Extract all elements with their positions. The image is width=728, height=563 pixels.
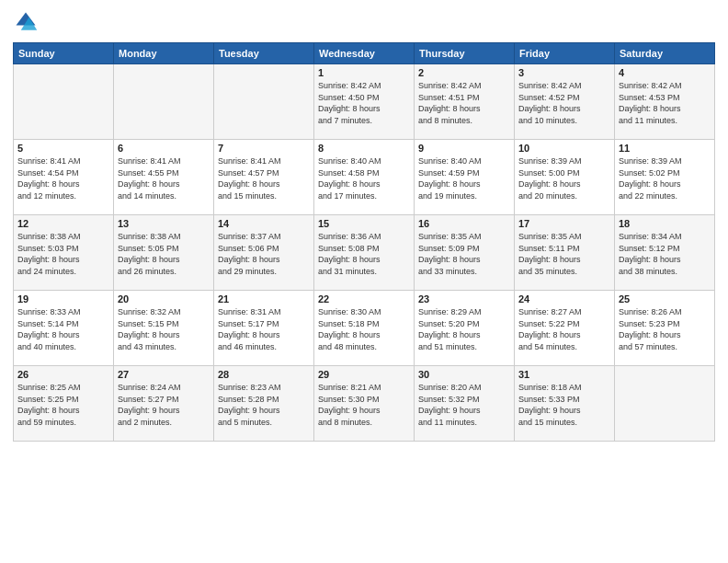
day-number: 25 bbox=[619, 293, 711, 304]
calendar-cell: 27Sunrise: 8:24 AM Sunset: 5:27 PM Dayli… bbox=[114, 366, 214, 442]
calendar-cell: 30Sunrise: 8:20 AM Sunset: 5:32 PM Dayli… bbox=[415, 366, 515, 442]
calendar-cell: 19Sunrise: 8:33 AM Sunset: 5:14 PM Dayli… bbox=[14, 291, 114, 366]
calendar-cell: 9Sunrise: 8:40 AM Sunset: 4:59 PM Daylig… bbox=[415, 140, 515, 215]
calendar-cell: 20Sunrise: 8:32 AM Sunset: 5:15 PM Dayli… bbox=[114, 291, 214, 366]
day-info: Sunrise: 8:42 AM Sunset: 4:50 PM Dayligh… bbox=[318, 80, 410, 126]
day-number: 1 bbox=[318, 67, 410, 78]
day-info: Sunrise: 8:20 AM Sunset: 5:32 PM Dayligh… bbox=[418, 382, 510, 428]
week-row-1: 1Sunrise: 8:42 AM Sunset: 4:50 PM Daylig… bbox=[14, 64, 715, 140]
logo bbox=[13, 9, 40, 35]
header bbox=[13, 9, 715, 35]
page: SundayMondayTuesdayWednesdayThursdayFrid… bbox=[0, 0, 728, 563]
day-number: 13 bbox=[118, 218, 210, 229]
day-info: Sunrise: 8:42 AM Sunset: 4:53 PM Dayligh… bbox=[619, 80, 711, 126]
day-number: 28 bbox=[218, 369, 310, 380]
day-info: Sunrise: 8:27 AM Sunset: 5:22 PM Dayligh… bbox=[518, 306, 610, 352]
day-info: Sunrise: 8:42 AM Sunset: 4:52 PM Dayligh… bbox=[518, 80, 610, 126]
week-row-3: 12Sunrise: 8:38 AM Sunset: 5:03 PM Dayli… bbox=[14, 215, 715, 291]
day-number: 31 bbox=[518, 369, 610, 380]
day-info: Sunrise: 8:39 AM Sunset: 5:00 PM Dayligh… bbox=[518, 155, 610, 201]
day-info: Sunrise: 8:18 AM Sunset: 5:33 PM Dayligh… bbox=[518, 382, 610, 428]
day-number: 26 bbox=[17, 369, 109, 380]
day-info: Sunrise: 8:40 AM Sunset: 4:58 PM Dayligh… bbox=[318, 155, 410, 201]
day-number: 7 bbox=[218, 143, 310, 154]
day-number: 24 bbox=[518, 293, 610, 304]
weekday-header-monday: Monday bbox=[114, 43, 214, 64]
calendar-cell: 18Sunrise: 8:34 AM Sunset: 5:12 PM Dayli… bbox=[615, 215, 715, 291]
logo-icon bbox=[13, 9, 39, 35]
day-info: Sunrise: 8:38 AM Sunset: 5:05 PM Dayligh… bbox=[118, 231, 210, 277]
day-info: Sunrise: 8:30 AM Sunset: 5:18 PM Dayligh… bbox=[318, 306, 410, 352]
day-info: Sunrise: 8:21 AM Sunset: 5:30 PM Dayligh… bbox=[318, 382, 410, 428]
calendar-cell: 2Sunrise: 8:42 AM Sunset: 4:51 PM Daylig… bbox=[415, 64, 515, 140]
calendar-cell: 21Sunrise: 8:31 AM Sunset: 5:17 PM Dayli… bbox=[214, 291, 314, 366]
day-info: Sunrise: 8:24 AM Sunset: 5:27 PM Dayligh… bbox=[118, 382, 210, 428]
calendar-cell: 22Sunrise: 8:30 AM Sunset: 5:18 PM Dayli… bbox=[314, 291, 415, 366]
day-number: 2 bbox=[418, 67, 510, 78]
day-info: Sunrise: 8:41 AM Sunset: 4:57 PM Dayligh… bbox=[218, 155, 310, 201]
calendar-cell: 7Sunrise: 8:41 AM Sunset: 4:57 PM Daylig… bbox=[214, 140, 314, 215]
day-info: Sunrise: 8:37 AM Sunset: 5:06 PM Dayligh… bbox=[218, 231, 310, 277]
day-info: Sunrise: 8:41 AM Sunset: 4:55 PM Dayligh… bbox=[118, 155, 210, 201]
calendar-cell: 8Sunrise: 8:40 AM Sunset: 4:58 PM Daylig… bbox=[314, 140, 415, 215]
day-number: 10 bbox=[518, 143, 610, 154]
day-info: Sunrise: 8:31 AM Sunset: 5:17 PM Dayligh… bbox=[218, 306, 310, 352]
weekday-header-saturday: Saturday bbox=[615, 43, 715, 64]
day-number: 22 bbox=[318, 293, 410, 304]
day-number: 23 bbox=[418, 293, 510, 304]
calendar-cell bbox=[214, 64, 314, 140]
calendar-cell: 11Sunrise: 8:39 AM Sunset: 5:02 PM Dayli… bbox=[615, 140, 715, 215]
weekday-header-tuesday: Tuesday bbox=[214, 43, 314, 64]
week-row-2: 5Sunrise: 8:41 AM Sunset: 4:54 PM Daylig… bbox=[14, 140, 715, 215]
calendar-cell: 13Sunrise: 8:38 AM Sunset: 5:05 PM Dayli… bbox=[114, 215, 214, 291]
week-row-4: 19Sunrise: 8:33 AM Sunset: 5:14 PM Dayli… bbox=[14, 291, 715, 366]
day-number: 8 bbox=[318, 143, 410, 154]
weekday-header-row: SundayMondayTuesdayWednesdayThursdayFrid… bbox=[14, 43, 715, 64]
calendar-cell: 12Sunrise: 8:38 AM Sunset: 5:03 PM Dayli… bbox=[14, 215, 114, 291]
day-number: 20 bbox=[118, 293, 210, 304]
day-info: Sunrise: 8:36 AM Sunset: 5:08 PM Dayligh… bbox=[318, 231, 410, 277]
calendar-cell: 15Sunrise: 8:36 AM Sunset: 5:08 PM Dayli… bbox=[314, 215, 415, 291]
calendar-cell: 24Sunrise: 8:27 AM Sunset: 5:22 PM Dayli… bbox=[515, 291, 615, 366]
day-info: Sunrise: 8:41 AM Sunset: 4:54 PM Dayligh… bbox=[17, 155, 109, 201]
day-info: Sunrise: 8:39 AM Sunset: 5:02 PM Dayligh… bbox=[619, 155, 711, 201]
day-number: 30 bbox=[418, 369, 510, 380]
day-info: Sunrise: 8:29 AM Sunset: 5:20 PM Dayligh… bbox=[418, 306, 510, 352]
calendar-cell: 23Sunrise: 8:29 AM Sunset: 5:20 PM Dayli… bbox=[415, 291, 515, 366]
calendar-cell: 14Sunrise: 8:37 AM Sunset: 5:06 PM Dayli… bbox=[214, 215, 314, 291]
day-number: 9 bbox=[418, 143, 510, 154]
weekday-header-friday: Friday bbox=[515, 43, 615, 64]
day-number: 4 bbox=[619, 67, 711, 78]
calendar-cell: 25Sunrise: 8:26 AM Sunset: 5:23 PM Dayli… bbox=[615, 291, 715, 366]
day-number: 16 bbox=[418, 218, 510, 229]
day-number: 19 bbox=[17, 293, 109, 304]
calendar-cell bbox=[615, 366, 715, 442]
calendar-cell: 29Sunrise: 8:21 AM Sunset: 5:30 PM Dayli… bbox=[314, 366, 415, 442]
day-number: 5 bbox=[17, 143, 109, 154]
day-info: Sunrise: 8:23 AM Sunset: 5:28 PM Dayligh… bbox=[218, 382, 310, 428]
day-number: 12 bbox=[17, 218, 109, 229]
calendar-cell: 28Sunrise: 8:23 AM Sunset: 5:28 PM Dayli… bbox=[214, 366, 314, 442]
calendar-table: SundayMondayTuesdayWednesdayThursdayFrid… bbox=[13, 42, 715, 442]
day-number: 11 bbox=[619, 143, 711, 154]
calendar-cell: 31Sunrise: 8:18 AM Sunset: 5:33 PM Dayli… bbox=[515, 366, 615, 442]
day-number: 27 bbox=[118, 369, 210, 380]
day-info: Sunrise: 8:35 AM Sunset: 5:09 PM Dayligh… bbox=[418, 231, 510, 277]
weekday-header-thursday: Thursday bbox=[415, 43, 515, 64]
day-info: Sunrise: 8:35 AM Sunset: 5:11 PM Dayligh… bbox=[518, 231, 610, 277]
day-number: 14 bbox=[218, 218, 310, 229]
calendar-cell: 17Sunrise: 8:35 AM Sunset: 5:11 PM Dayli… bbox=[515, 215, 615, 291]
day-number: 29 bbox=[318, 369, 410, 380]
calendar-cell: 4Sunrise: 8:42 AM Sunset: 4:53 PM Daylig… bbox=[615, 64, 715, 140]
day-info: Sunrise: 8:32 AM Sunset: 5:15 PM Dayligh… bbox=[118, 306, 210, 352]
calendar-cell bbox=[14, 64, 114, 140]
day-number: 15 bbox=[318, 218, 410, 229]
calendar-cell bbox=[114, 64, 214, 140]
day-info: Sunrise: 8:34 AM Sunset: 5:12 PM Dayligh… bbox=[619, 231, 711, 277]
calendar-cell: 1Sunrise: 8:42 AM Sunset: 4:50 PM Daylig… bbox=[314, 64, 415, 140]
day-info: Sunrise: 8:38 AM Sunset: 5:03 PM Dayligh… bbox=[17, 231, 109, 277]
day-info: Sunrise: 8:25 AM Sunset: 5:25 PM Dayligh… bbox=[17, 382, 109, 428]
day-number: 6 bbox=[118, 143, 210, 154]
calendar-cell: 10Sunrise: 8:39 AM Sunset: 5:00 PM Dayli… bbox=[515, 140, 615, 215]
weekday-header-sunday: Sunday bbox=[14, 43, 114, 64]
